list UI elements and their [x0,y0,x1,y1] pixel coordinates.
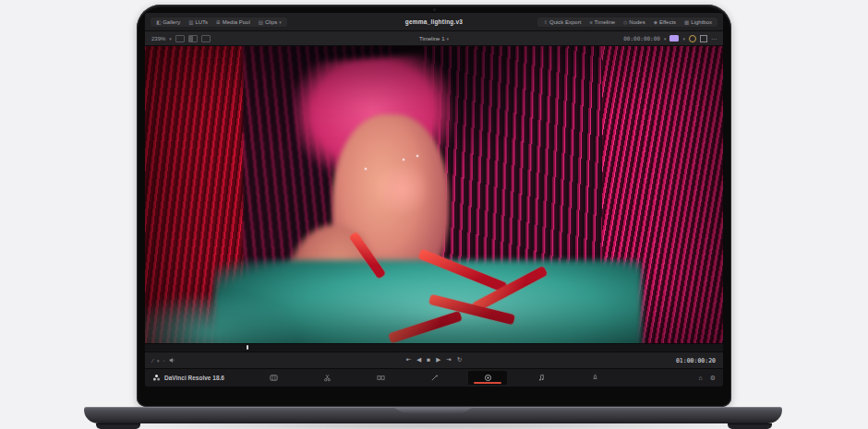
edit-page-icon [377,374,385,382]
play-button[interactable]: ▶ [436,357,440,363]
nodes-icon: ◇ [623,19,627,25]
luts-label: LUTs [195,19,208,25]
page-tab-fusion[interactable] [415,371,453,385]
stop-button[interactable]: ■ [427,357,430,363]
top-toolbar: ◧ Gallery ▥ LUTs ⊞ Media Pool ▤ Clips [145,13,723,31]
single-viewer-icon[interactable] [175,35,185,42]
chevron-down-icon: ▾ [157,358,160,363]
app-version-label: DaVinci Resolve 18.6 [164,375,224,381]
page-tabs [254,371,614,385]
chevron-down-icon: ▾ [279,19,282,25]
viewer-image [145,46,723,343]
left-panel-toggles: ◧ Gallery ▥ LUTs ⊞ Media Pool ▤ Clips [151,18,287,27]
effects-label: Effects [659,19,676,25]
quick-export-button[interactable]: ⇧ Quick Export [539,18,585,26]
timeline-panel-label: Timeline [595,19,615,25]
more-options-icon[interactable]: ⋯ [711,35,717,42]
lightbox-icon: ▦ [684,19,689,25]
go-to-start-button[interactable]: ⇤ [406,357,411,363]
laptop-foot [728,423,772,429]
effects-icon: ◆ [654,19,657,25]
timeline-icon: ≡ [589,19,592,25]
source-timecode: 00:00:00:00 [623,35,660,42]
lid-notch [392,407,474,413]
gallery-icon: ◧ [156,19,161,25]
davinci-resolve-window: ◧ Gallery ▥ LUTs ⊞ Media Pool ▤ Clips [145,13,723,387]
project-settings-icon[interactable]: ⚙ [710,375,716,382]
davinci-resolve-logo [152,374,161,382]
clips-button[interactable]: ▤ Clips ▾ [255,18,285,26]
media-page-icon [270,374,278,382]
audio-mute-icon[interactable] [169,357,175,363]
color-page-icon [484,374,492,382]
marketing-scene: ◧ Gallery ▥ LUTs ⊞ Media Pool ▤ Clips [0,0,868,429]
gallery-button[interactable]: ◧ Gallery [152,18,184,26]
clip-scrubber[interactable] [145,343,723,352]
right-panel-toggles: ⇧ Quick Export ≡ Timeline ◇ Nodes ◆ Effe… [537,18,717,27]
deliver-page-icon [591,374,599,382]
vignette-overlay [145,46,723,343]
marker-icon[interactable]: ◦ [163,358,165,363]
project-title: gemma_lighting.v3 [405,18,463,25]
quick-export-label: Quick Export [549,19,581,25]
effects-button[interactable]: ◆ Effects [650,18,680,26]
cut-page-icon [323,374,332,382]
lightbox-label: Lightbox [691,19,712,25]
fusion-page-icon [430,374,439,382]
page-navigation-bar: DaVinci Resolve 18.6 [145,368,723,387]
playhead-marker[interactable] [247,345,248,350]
macbook-base [84,407,782,423]
luts-button[interactable]: ▥ LUTs [185,18,211,26]
macbook-lid: ◧ Gallery ▥ LUTs ⊞ Media Pool ▤ Clips [137,5,731,407]
zoom-level-dropdown[interactable]: 239% [151,36,165,42]
transport-controls: ⇤ ◀ ■ ▶ ⇥ ↻ [406,357,462,363]
timeline-selector[interactable]: Timeline 1 [419,36,444,42]
laptop-foot [96,423,140,429]
home-icon[interactable]: ⌂ [698,375,702,381]
media-pool-label: Media Pool [223,19,250,25]
fairlight-page-icon [537,374,546,382]
transport-bar: ∕ ▾ ◦ ⇤ ◀ ■ ▶ ⇥ ↻ 01:00:00:20 [145,352,723,368]
page-tab-color[interactable] [468,371,507,385]
annotate-tool-icon[interactable]: ∕ [152,358,153,363]
clips-label: Clips [265,19,277,25]
lightbox-button[interactable]: ▦ Lightbox [681,18,716,26]
luts-icon: ▥ [188,19,193,25]
page-tab-media[interactable] [254,371,293,385]
chevron-down-icon: ▾ [169,36,172,42]
bypass-grades-icon[interactable] [689,35,696,42]
webcam-icon [433,8,436,11]
chevron-down-icon: ▾ [682,36,685,42]
timeline-panel-button[interactable]: ≡ Timeline [585,18,619,26]
media-pool-button[interactable]: ⊞ Media Pool [212,18,254,26]
chevron-down-icon: ▾ [664,36,667,42]
page-tab-deliver[interactable] [575,371,614,385]
split-screen-icon[interactable] [188,35,198,42]
page-tab-cut[interactable] [307,371,346,385]
page-tab-fairlight[interactable] [522,371,561,385]
nodes-label: Nodes [629,19,645,25]
enhanced-viewer-icon[interactable] [201,35,211,42]
expand-viewer-icon[interactable] [700,35,707,42]
gallery-label: Gallery [163,19,180,25]
wipe-mode-icon[interactable] [669,35,679,42]
record-timecode: 01:00:00:20 [676,357,716,364]
clips-icon: ▤ [259,19,263,25]
go-to-end-button[interactable]: ⇥ [446,357,451,363]
page-tab-edit[interactable] [361,371,400,385]
loop-button[interactable]: ↻ [457,357,462,363]
media-pool-icon: ⊞ [216,19,221,25]
nodes-button[interactable]: ◇ Nodes [620,18,649,26]
chevron-down-icon: ▾ [446,36,449,42]
quick-export-icon: ⇧ [543,19,548,25]
play-reverse-button[interactable]: ◀ [416,357,421,363]
viewer-toolbar: 239% ▾ Timeline 1 ▾ 00:00:00:00 ▾ ▾ [145,31,723,46]
